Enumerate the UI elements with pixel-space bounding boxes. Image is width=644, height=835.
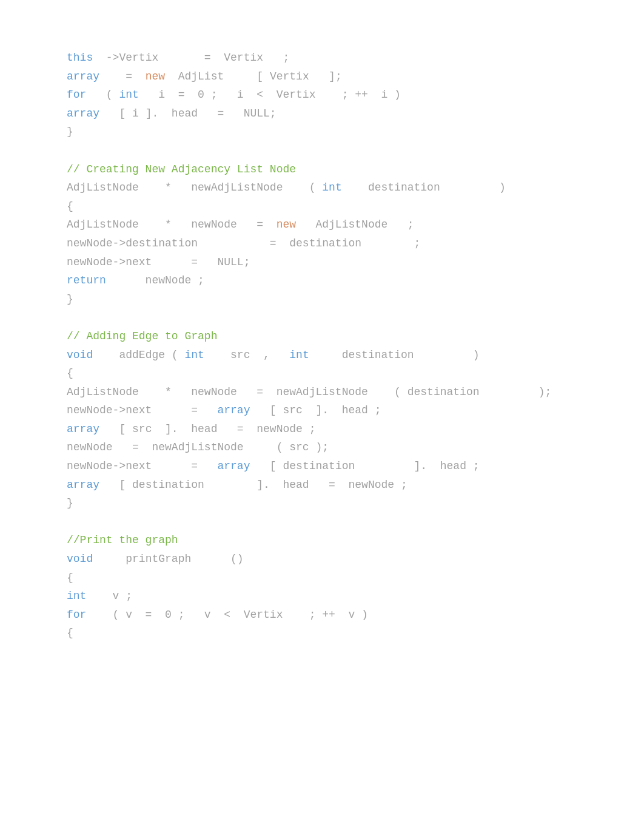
code-token: =: [99, 70, 146, 83]
code-token: v ;: [86, 590, 132, 602]
code-token: newNode = newAdjListNode ( src );: [67, 441, 329, 453]
code-line: //Print the graph: [67, 531, 577, 550]
code-token: AdjList [ Vertix ];: [165, 70, 342, 83]
code-token: AdjListNode * newNode = newAdjListNode (…: [67, 386, 551, 398]
code-line: array [ i ]. head = NULL;: [67, 104, 577, 123]
code-token: ->Vertix = Vertix ;: [93, 52, 289, 64]
code-line: [67, 141, 577, 160]
code-token: AdjListNode ;: [296, 218, 414, 231]
code-token: new: [277, 218, 296, 231]
code-line: array = new AdjList [ Vertix ];: [67, 67, 577, 86]
code-line: // Adding Edge to Graph: [67, 327, 577, 346]
code-token: i = 0 ; i < Vertix ; ++ i ): [139, 89, 401, 101]
code-token: (: [86, 89, 119, 101]
code-line: }: [67, 494, 577, 513]
code-token: // Creating New Adjacency List Node: [67, 163, 296, 175]
code-token: AdjListNode * newNode =: [67, 218, 277, 231]
code-line: newNode = newAdjListNode ( src );: [67, 438, 577, 457]
code-line: AdjListNode * newNode = new AdjListNode …: [67, 215, 577, 234]
code-token: int: [289, 349, 309, 361]
code-line: // Creating New Adjacency List Node: [67, 160, 577, 179]
code-line: {: [67, 197, 577, 216]
code-line: [67, 308, 577, 327]
code-token: {: [67, 367, 73, 379]
code-token: array: [67, 107, 99, 120]
code-token: //Print the graph: [67, 534, 178, 546]
code-line: return newNode ;: [67, 271, 577, 290]
code-line: array [ src ]. head = newNode ;: [67, 420, 577, 439]
code-token: void: [67, 349, 93, 361]
code-line: for ( int i = 0 ; i < Vertix ; ++ i ): [67, 86, 577, 104]
code-container: this ->Vertix = Vertix ;array = new AdjL…: [67, 49, 577, 643]
code-token: int: [322, 181, 341, 194]
code-token: [ destination ]. head ;: [250, 460, 479, 472]
code-token: destination ): [309, 349, 480, 361]
code-token: array: [67, 70, 99, 83]
code-token: printGraph (): [93, 553, 243, 565]
code-token: }: [67, 126, 73, 138]
code-line: int v ;: [67, 587, 577, 606]
code-token: addEdge (: [93, 349, 184, 361]
code-line: newNode->next = array [ src ]. head ;: [67, 401, 577, 420]
code-token: for: [67, 89, 86, 101]
code-token: {: [67, 627, 73, 639]
code-line: {: [67, 569, 577, 587]
code-token: newNode->next =: [67, 404, 217, 416]
code-token: [ src ]. head = newNode ;: [99, 423, 315, 435]
code-token: array: [217, 404, 250, 416]
code-line: {: [67, 624, 577, 643]
code-token: new: [146, 70, 165, 83]
code-token: return: [67, 274, 106, 286]
code-line: void addEdge ( int src , int destination…: [67, 346, 577, 365]
code-token: array: [67, 479, 99, 491]
code-token: // Adding Edge to Graph: [67, 330, 217, 342]
code-token: array: [67, 423, 99, 435]
code-token: newNode->destination = destination ;: [67, 237, 420, 249]
code-line: newNode->next = array [ destination ]. h…: [67, 457, 577, 476]
code-token: int: [184, 349, 204, 361]
code-token: {: [67, 200, 73, 212]
code-token: array: [217, 460, 250, 472]
code-token: AdjListNode * newAdjListNode (: [67, 181, 322, 194]
code-token: {: [67, 572, 73, 584]
code-token: [ destination ]. head = newNode ;: [99, 479, 408, 491]
code-token: [ i ]. head = NULL;: [99, 107, 277, 120]
code-token: }: [67, 497, 73, 509]
code-token: void: [67, 553, 93, 565]
code-line: newNode->destination = destination ;: [67, 234, 577, 253]
code-token: }: [67, 293, 73, 305]
code-token: destination ): [342, 181, 506, 194]
code-line: AdjListNode * newNode = newAdjListNode (…: [67, 383, 577, 402]
code-token: [ src ]. head ;: [250, 404, 381, 416]
code-line: this ->Vertix = Vertix ;: [67, 49, 577, 67]
code-token: newNode ;: [106, 274, 204, 286]
code-token: newNode->next = NULL;: [67, 256, 250, 268]
code-line: array [ destination ]. head = newNode ;: [67, 476, 577, 495]
code-line: for ( v = 0 ; v < Vertix ; ++ v ): [67, 606, 577, 624]
code-line: [67, 513, 577, 532]
code-line: }: [67, 123, 577, 141]
code-line: AdjListNode * newAdjListNode ( int desti…: [67, 178, 577, 197]
code-token: int: [119, 89, 138, 101]
code-token: ( v = 0 ; v < Vertix ; ++ v ): [86, 609, 367, 621]
code-token: src ,: [204, 349, 289, 361]
code-token: newNode->next =: [67, 460, 217, 472]
code-token: this: [67, 52, 93, 64]
code-line: {: [67, 364, 577, 383]
code-line: void printGraph (): [67, 550, 577, 569]
code-token: for: [67, 609, 86, 621]
code-token: int: [67, 590, 86, 602]
code-line: newNode->next = NULL;: [67, 253, 577, 272]
code-line: }: [67, 290, 577, 309]
